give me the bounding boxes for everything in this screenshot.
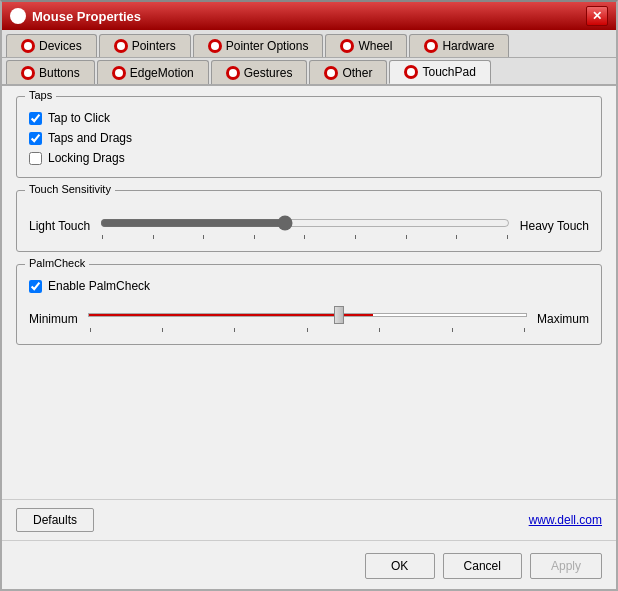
taps-group: Taps Tap to Click Taps and Drags Locking… — [16, 96, 602, 178]
taps-and-drags-row: Taps and Drags — [29, 131, 589, 145]
tabs-row1: Devices Pointers Pointer Options Wheel H… — [2, 30, 616, 58]
tabs-row2: Buttons EdgeMotion Gestures Other TouchP… — [2, 58, 616, 86]
tab-pointers-icon — [114, 39, 128, 53]
palmcheck-group-label: PalmCheck — [25, 257, 89, 269]
tick-1 — [102, 235, 103, 239]
tick-7 — [406, 235, 407, 239]
footer: Defaults www.dell.com — [2, 499, 616, 540]
tick-2 — [153, 235, 154, 239]
dell-link[interactable]: www.dell.com — [529, 513, 602, 527]
tab-wheel-icon — [340, 39, 354, 53]
palmcheck-thumb[interactable] — [334, 306, 344, 324]
palmcheck-slider-row: Minimum — [29, 305, 589, 332]
tap-to-click-row: Tap to Click — [29, 111, 589, 125]
ok-button[interactable]: OK — [365, 553, 435, 579]
touch-sensitivity-slider-container — [100, 213, 510, 239]
pc-tick-7 — [524, 328, 525, 332]
defaults-button[interactable]: Defaults — [16, 508, 94, 532]
touch-sensitivity-slider[interactable] — [100, 213, 510, 233]
palmcheck-minimum-label: Minimum — [29, 312, 78, 326]
tab-buttons-icon — [21, 66, 35, 80]
tab-hardware-icon — [424, 39, 438, 53]
taps-and-drags-checkbox[interactable] — [29, 132, 42, 145]
tab-pointer-options-icon — [208, 39, 222, 53]
window-title: Mouse Properties — [32, 9, 141, 24]
palmcheck-track — [88, 313, 527, 317]
mouse-properties-window: Mouse Properties ✕ Devices Pointers Poin… — [0, 0, 618, 591]
tab-pointer-options[interactable]: Pointer Options — [193, 34, 324, 57]
title-bar: Mouse Properties ✕ — [2, 2, 616, 30]
tab-buttons[interactable]: Buttons — [6, 60, 95, 84]
enable-palmcheck-row: Enable PalmCheck — [29, 279, 589, 293]
pc-tick-1 — [90, 328, 91, 332]
tick-3 — [203, 235, 204, 239]
palmcheck-maximum-label: Maximum — [537, 312, 589, 326]
pc-tick-3 — [234, 328, 235, 332]
locking-drags-checkbox[interactable] — [29, 152, 42, 165]
tab-devices[interactable]: Devices — [6, 34, 97, 57]
touch-sensitivity-ticks — [100, 235, 510, 239]
pc-tick-5 — [379, 328, 380, 332]
tab-other-icon — [324, 66, 338, 80]
window-icon — [10, 8, 26, 24]
tap-to-click-checkbox[interactable] — [29, 112, 42, 125]
light-touch-label: Light Touch — [29, 219, 90, 233]
tick-6 — [355, 235, 356, 239]
tab-touchpad[interactable]: TouchPad — [389, 60, 490, 84]
apply-button[interactable]: Apply — [530, 553, 602, 579]
tab-devices-icon — [21, 39, 35, 53]
taps-and-drags-label: Taps and Drags — [48, 131, 132, 145]
palmcheck-fill — [89, 314, 373, 316]
tab-hardware[interactable]: Hardware — [409, 34, 509, 57]
taps-group-label: Taps — [25, 89, 56, 101]
tick-8 — [456, 235, 457, 239]
touch-sensitivity-label: Touch Sensitivity — [25, 183, 115, 195]
tab-other[interactable]: Other — [309, 60, 387, 84]
close-button[interactable]: ✕ — [586, 6, 608, 26]
tab-gestures-icon — [226, 66, 240, 80]
tick-4 — [254, 235, 255, 239]
enable-palmcheck-checkbox[interactable] — [29, 280, 42, 293]
tap-to-click-label: Tap to Click — [48, 111, 110, 125]
tab-edgemotion[interactable]: EdgeMotion — [97, 60, 209, 84]
heavy-touch-label: Heavy Touch — [520, 219, 589, 233]
tab-touchpad-icon — [404, 65, 418, 79]
content-area: Taps Tap to Click Taps and Drags Locking… — [2, 86, 616, 499]
footer-separator — [2, 540, 616, 541]
tab-pointers[interactable]: Pointers — [99, 34, 191, 57]
tab-wheel[interactable]: Wheel — [325, 34, 407, 57]
touch-sensitivity-slider-row: Light Touch Heavy Touch — [29, 213, 589, 239]
enable-palmcheck-label: Enable PalmCheck — [48, 279, 150, 293]
touch-sensitivity-group: Touch Sensitivity Light Touch — [16, 190, 602, 252]
tick-5 — [304, 235, 305, 239]
pc-tick-2 — [162, 328, 163, 332]
tab-edgemotion-icon — [112, 66, 126, 80]
tab-gestures[interactable]: Gestures — [211, 60, 308, 84]
cancel-button[interactable]: Cancel — [443, 553, 522, 579]
locking-drags-row: Locking Drags — [29, 151, 589, 165]
tick-9 — [507, 235, 508, 239]
pc-tick-6 — [452, 328, 453, 332]
dialog-buttons: OK Cancel Apply — [2, 545, 616, 589]
pc-tick-4 — [307, 328, 308, 332]
palmcheck-ticks — [88, 328, 527, 332]
palmcheck-slider-container — [88, 305, 527, 332]
palmcheck-group: PalmCheck Enable PalmCheck Minimum — [16, 264, 602, 345]
locking-drags-label: Locking Drags — [48, 151, 125, 165]
